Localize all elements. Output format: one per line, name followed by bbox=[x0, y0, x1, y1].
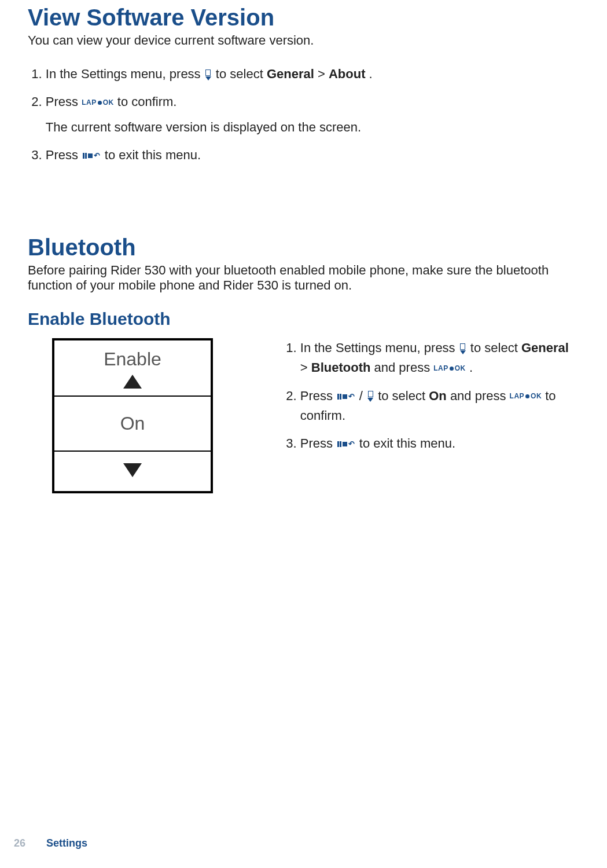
pause-icon bbox=[337, 441, 341, 447]
section-bluetooth: Bluetooth Before pairing Rider 530 with … bbox=[28, 235, 579, 493]
text: and press bbox=[374, 360, 434, 375]
text: In the Settings menu, press bbox=[300, 340, 459, 355]
record-dot-icon bbox=[525, 394, 529, 398]
subheading-enable-bluetooth: Enable Bluetooth bbox=[28, 309, 579, 329]
intro-software-version: You can view your device current softwar… bbox=[28, 33, 579, 48]
device-footer bbox=[54, 452, 211, 491]
stop-icon bbox=[343, 394, 347, 399]
page-down-icon bbox=[205, 69, 211, 80]
text: to select bbox=[378, 389, 429, 403]
text: and press bbox=[450, 389, 510, 403]
back-icon: ↶ bbox=[337, 391, 355, 402]
back-icon: ↶ bbox=[83, 150, 100, 162]
text: > bbox=[300, 360, 311, 375]
step-1: In the Settings menu, press to select Ge… bbox=[46, 64, 579, 84]
text: to confirm. bbox=[117, 94, 177, 109]
device-value: On bbox=[54, 397, 211, 452]
text: to select bbox=[470, 340, 521, 355]
lap-label: LAP bbox=[510, 391, 525, 402]
step-2: Press LAP OK to confirm. The current sof… bbox=[46, 92, 579, 137]
bold-bluetooth: Bluetooth bbox=[311, 360, 371, 375]
page-down-icon bbox=[367, 391, 373, 402]
lap-ok-icon: LAP OK bbox=[433, 363, 466, 374]
section-name: Settings bbox=[46, 837, 87, 849]
arrow-up-icon bbox=[123, 375, 142, 389]
lap-ok-icon: LAP OK bbox=[82, 97, 114, 108]
two-column-layout: Enable On In the Settings menu, press to… bbox=[28, 338, 579, 493]
undo-icon: ↶ bbox=[348, 391, 355, 402]
page-footer: 26 Settings bbox=[14, 837, 87, 849]
text: to exit this menu. bbox=[359, 436, 455, 451]
record-dot-icon bbox=[98, 101, 102, 105]
pause-icon bbox=[337, 394, 341, 400]
text: / bbox=[359, 389, 366, 403]
device-title: Enable bbox=[54, 349, 211, 370]
ok-label: OK bbox=[531, 391, 542, 402]
arrow-down-icon bbox=[123, 463, 142, 477]
pause-icon bbox=[83, 153, 87, 159]
text: > bbox=[318, 67, 329, 81]
undo-icon: ↶ bbox=[94, 150, 100, 162]
text: Press bbox=[46, 148, 82, 162]
heading-bluetooth: Bluetooth bbox=[28, 235, 579, 261]
back-icon: ↶ bbox=[337, 438, 355, 450]
substep-text: The current software version is displaye… bbox=[46, 118, 579, 137]
page-number: 26 bbox=[14, 837, 25, 849]
step-3: Press ↶ to exit this menu. bbox=[300, 434, 579, 453]
steps-software-version: In the Settings menu, press to select Ge… bbox=[28, 64, 579, 165]
lap-ok-icon: LAP OK bbox=[510, 391, 542, 402]
text: Press bbox=[300, 436, 336, 451]
bold-on: On bbox=[429, 389, 447, 403]
steps-enable-bluetooth: In the Settings menu, press to select Ge… bbox=[282, 338, 579, 461]
lap-label: LAP bbox=[433, 363, 448, 374]
undo-icon: ↶ bbox=[348, 438, 355, 450]
text: . bbox=[369, 67, 373, 81]
lap-label: LAP bbox=[82, 97, 97, 108]
ok-label: OK bbox=[103, 97, 114, 108]
device-header: Enable bbox=[54, 340, 211, 397]
step-1: In the Settings menu, press to select Ge… bbox=[300, 338, 579, 378]
text: In the Settings menu, press bbox=[46, 67, 204, 81]
stop-icon bbox=[343, 442, 347, 446]
stop-icon bbox=[88, 153, 93, 158]
text: . bbox=[469, 360, 473, 375]
text: Press bbox=[300, 389, 336, 403]
bold-about: About bbox=[329, 67, 366, 81]
bold-general: General bbox=[267, 67, 314, 81]
step-3: Press ↶ to exit this menu. bbox=[46, 145, 579, 165]
intro-bluetooth: Before pairing Rider 530 with your bluet… bbox=[28, 263, 579, 293]
page-down-icon bbox=[460, 343, 466, 354]
text: Press bbox=[46, 94, 82, 109]
step-2: Press ↶ / to select On and press LA bbox=[300, 386, 579, 426]
record-dot-icon bbox=[450, 367, 454, 371]
heading-view-software-version: View Software Version bbox=[28, 5, 579, 31]
manual-page: View Software Version You can view your … bbox=[0, 0, 607, 493]
bold-general: General bbox=[521, 340, 569, 355]
text: to select bbox=[216, 67, 267, 81]
device-screen: Enable On bbox=[52, 338, 213, 493]
ok-label: OK bbox=[455, 363, 466, 374]
text: to exit this menu. bbox=[105, 148, 201, 162]
